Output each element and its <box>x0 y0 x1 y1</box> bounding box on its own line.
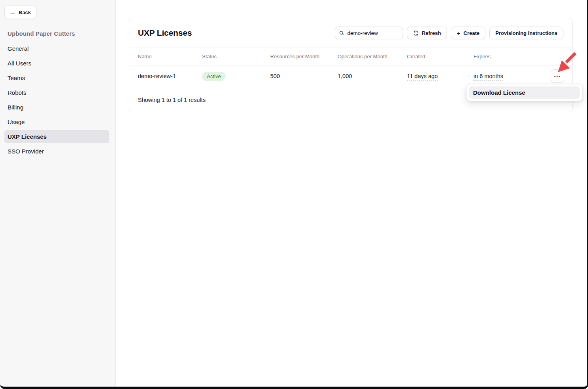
back-button-label: Back <box>19 10 31 15</box>
create-button[interactable]: + Create <box>451 27 485 39</box>
search-box[interactable] <box>335 27 403 39</box>
sidebar-item-general[interactable]: General <box>4 42 109 55</box>
sidebar-item-teams[interactable]: Teams <box>4 71 109 84</box>
refresh-icon <box>413 30 419 36</box>
provisioning-instructions-label: Provisioning Instructions <box>495 30 557 36</box>
sidebar-nav: General All Users Teams Robots Billing U… <box>4 42 109 159</box>
sidebar-item-all-users[interactable]: All Users <box>4 57 109 70</box>
col-header-operations: Operations per Month <box>338 54 407 59</box>
row-actions-menu: Download License <box>466 84 582 101</box>
sidebar-item-uxp-licenses[interactable]: UXP Licenses <box>4 130 109 143</box>
card-header: UXP Licenses Refresh <box>129 18 572 48</box>
refresh-button-label: Refresh <box>422 30 441 36</box>
col-header-resources: Resources per Month <box>270 54 338 59</box>
search-icon <box>339 30 344 36</box>
col-header-created: Created <box>407 54 473 59</box>
cell-operations: 1,000 <box>338 73 407 79</box>
ellipsis-icon: ••• <box>554 74 561 79</box>
cell-expires: in 6 months <box>473 73 547 79</box>
status-badge: Active <box>202 72 225 81</box>
col-header-expires: Expires <box>473 54 547 59</box>
back-arrow-icon: ← <box>10 9 16 15</box>
create-button-label: Create <box>464 30 479 36</box>
created-value[interactable]: 11 days ago <box>407 73 438 80</box>
col-header-name: Name <box>138 54 202 59</box>
sidebar-item-usage[interactable]: Usage <box>4 115 109 128</box>
window-frame: ← Back Upbound Paper Cutters General All… <box>0 0 588 389</box>
cell-created: 11 days ago <box>407 73 473 79</box>
plus-icon: + <box>457 30 460 36</box>
cell-status: Active <box>202 72 270 81</box>
results-count: Showing 1 to 1 of 1 results <box>138 97 206 103</box>
table-header-row: Name Status Resources per Month Operatio… <box>129 48 572 65</box>
row-actions-button[interactable]: ••• <box>551 69 564 83</box>
sidebar-item-robots[interactable]: Robots <box>4 86 109 99</box>
sidebar-item-billing[interactable]: Billing <box>4 101 109 114</box>
toolbar: Refresh + Create Provisioning Instructio… <box>335 27 563 39</box>
menu-item-download-license[interactable]: Download License <box>469 86 580 99</box>
cell-name: demo-review-1 <box>138 73 202 79</box>
provisioning-instructions-button[interactable]: Provisioning Instructions <box>489 27 563 39</box>
refresh-button[interactable]: Refresh <box>407 27 447 39</box>
back-button[interactable]: ← Back <box>4 6 37 19</box>
sidebar-item-sso-provider[interactable]: SSO Provider <box>4 145 109 158</box>
expires-value[interactable]: in 6 months <box>473 73 503 80</box>
col-header-status: Status <box>202 54 270 59</box>
cell-resources: 500 <box>270 73 338 79</box>
search-input[interactable] <box>347 30 399 36</box>
org-title: Upbound Paper Cutters <box>8 30 75 37</box>
page-title: UXP Licenses <box>138 28 192 38</box>
settings-sidebar: ← Back Upbound Paper Cutters General All… <box>0 0 116 387</box>
cell-actions: ••• <box>547 69 572 83</box>
